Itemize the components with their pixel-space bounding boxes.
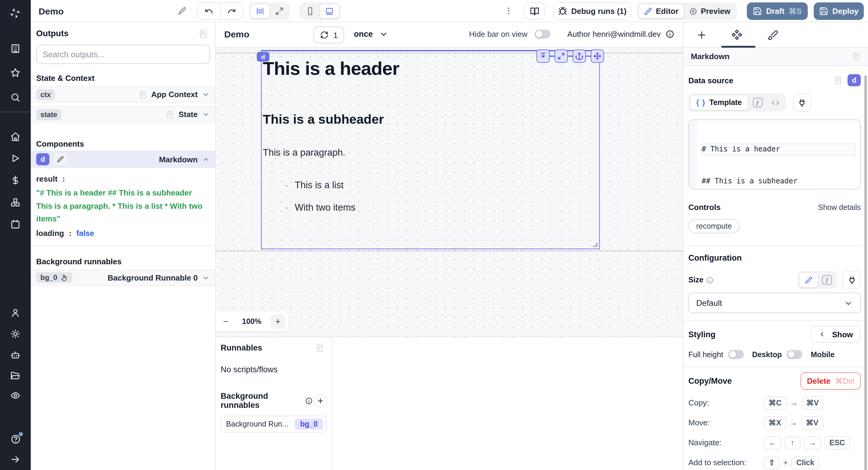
eye-icon[interactable]	[10, 390, 21, 401]
panel-doc-icon[interactable]	[852, 52, 861, 61]
bot-icon[interactable]	[10, 350, 21, 360]
rename-pencil-icon[interactable]	[178, 7, 186, 15]
chevron-down-icon[interactable]	[202, 90, 210, 98]
state-context-heading: State & Context	[36, 74, 210, 83]
size-select[interactable]: Default	[688, 293, 861, 313]
markdown-component-selected[interactable]: d This is a header This is a subheader T…	[261, 50, 600, 249]
component-id-badge: d	[847, 74, 861, 86]
arrow-down-to-line-icon[interactable]	[536, 50, 550, 63]
home-icon[interactable]	[10, 131, 21, 142]
sidebar-divider	[0, 112, 31, 112]
gear-icon[interactable]	[10, 329, 21, 339]
star-icon[interactable]	[10, 67, 21, 78]
circle-dot-icon	[689, 7, 697, 16]
user-icon[interactable]	[10, 308, 21, 318]
delete-button[interactable]: Delete ⌘Del	[800, 372, 861, 390]
colon: :	[69, 228, 71, 237]
inspector-tabs	[684, 22, 868, 48]
add-component-tab[interactable]	[684, 22, 719, 47]
doc-icon	[834, 76, 843, 85]
desktop-toggle[interactable]	[786, 350, 802, 359]
maximize-icon[interactable]	[555, 50, 568, 63]
redo-button[interactable]	[220, 3, 243, 19]
bug-icon	[558, 7, 567, 16]
draft-label: Draft	[766, 7, 784, 16]
windmill-logo[interactable]	[7, 5, 23, 21]
search-outputs-input[interactable]	[43, 50, 203, 59]
runnables-panel: Runnables No scripts/flows Background ru…	[216, 337, 683, 470]
play-icon[interactable]	[10, 153, 21, 164]
undo-button[interactable]	[197, 3, 220, 19]
tab-preview[interactable]: Preview	[684, 4, 735, 19]
connect-plug-button[interactable]	[793, 93, 811, 112]
deploy-button[interactable]: Deploy	[814, 2, 864, 20]
loading-value: false	[76, 228, 94, 237]
bg-runnable-item[interactable]: Background Run... bg_0	[221, 416, 327, 433]
draft-button[interactable]: Draft ⌘S	[747, 2, 808, 20]
result-key[interactable]: result	[36, 174, 58, 183]
save-icon	[819, 7, 828, 16]
notification-dot	[19, 432, 23, 436]
center-layout-button[interactable]	[250, 4, 270, 19]
panel-doc-icon[interactable]	[198, 29, 208, 39]
chevron-down-icon[interactable]	[202, 274, 210, 282]
schedule-value: once	[354, 30, 373, 39]
components-settings-tab[interactable]	[719, 22, 755, 47]
docs-book-button[interactable]	[524, 2, 545, 20]
chevron-down-icon[interactable]	[202, 110, 210, 118]
code-mode-button[interactable]	[767, 98, 784, 107]
edit-id-pencil-icon[interactable]	[54, 153, 67, 165]
loading-key[interactable]: loading	[36, 228, 64, 237]
output-row-state[interactable]: state State	[31, 106, 215, 122]
connect-plug-button[interactable]	[843, 271, 861, 289]
calendar-icon[interactable]	[10, 219, 21, 229]
styling-show-button[interactable]: Show	[811, 326, 861, 343]
arrow-right-icon[interactable]	[10, 454, 21, 465]
building-icon[interactable]	[10, 43, 21, 54]
static-mode-button[interactable]	[799, 272, 818, 288]
styling-tab[interactable]	[755, 22, 790, 47]
show-details-link[interactable]: Show details	[818, 203, 861, 211]
output-row-ctx[interactable]: ctx App Context	[31, 86, 215, 102]
folder-open-icon[interactable]	[10, 371, 21, 381]
search-icon[interactable]	[10, 92, 21, 102]
kebab-menu-icon[interactable]	[504, 5, 514, 17]
maximize-canvas-button[interactable]	[270, 4, 289, 19]
fx-mode-button[interactable]: ƒ	[818, 275, 835, 285]
data-source-mode-switch: { } Template ƒ	[688, 93, 786, 112]
template-mode-button[interactable]: { } Template	[689, 95, 748, 110]
canvas-grid[interactable]: d This is a header This is a subheader T…	[216, 48, 683, 337]
hide-bar-toggle[interactable]	[535, 30, 550, 39]
tab-editor[interactable]: Editor	[638, 4, 684, 19]
panel-doc-icon[interactable]	[315, 343, 324, 352]
info-icon[interactable]	[665, 30, 675, 39]
schedule-dropdown[interactable]: once	[354, 30, 388, 39]
debug-runs-button[interactable]: Debug runs (1)	[553, 2, 631, 20]
help-circle-icon[interactable]	[10, 434, 21, 445]
markdown-paragraph: This is a paragraph.	[263, 147, 599, 158]
zoom-in-button[interactable]: +	[271, 314, 285, 328]
component-row-markdown[interactable]: d Markdown	[31, 151, 215, 168]
refresh-count-button[interactable]: 1	[313, 27, 344, 43]
chevron-up-icon[interactable]	[202, 155, 210, 163]
full-height-toggle[interactable]	[728, 350, 744, 359]
desktop-icon[interactable]	[319, 4, 339, 19]
size-value: Default	[696, 298, 844, 307]
resize-handle[interactable]	[593, 242, 597, 247]
move-icon[interactable]	[591, 50, 604, 63]
anchor-icon[interactable]	[572, 50, 586, 63]
scrollbar-thumb[interactable]	[864, 76, 867, 470]
fx-mode-button[interactable]: ƒ	[748, 98, 767, 108]
info-icon	[706, 276, 714, 284]
boxes-icon[interactable]	[10, 197, 21, 208]
zoom-out-button[interactable]: −	[223, 316, 233, 326]
search-outputs-field[interactable]	[36, 45, 210, 64]
dollar-icon[interactable]	[10, 175, 21, 185]
background-runnable-row[interactable]: bg_0 Background Runnable 0	[31, 269, 215, 286]
add-runnable-button[interactable]	[314, 394, 327, 407]
template-code-editor[interactable]: # This is a header ## This is a subheade…	[688, 119, 861, 189]
recompute-button[interactable]: recompute	[688, 219, 740, 234]
smartphone-icon[interactable]	[301, 4, 319, 19]
component-id-badge: d	[36, 153, 50, 165]
result-value[interactable]: "# This is a header ## This is a subhead…	[36, 186, 210, 225]
